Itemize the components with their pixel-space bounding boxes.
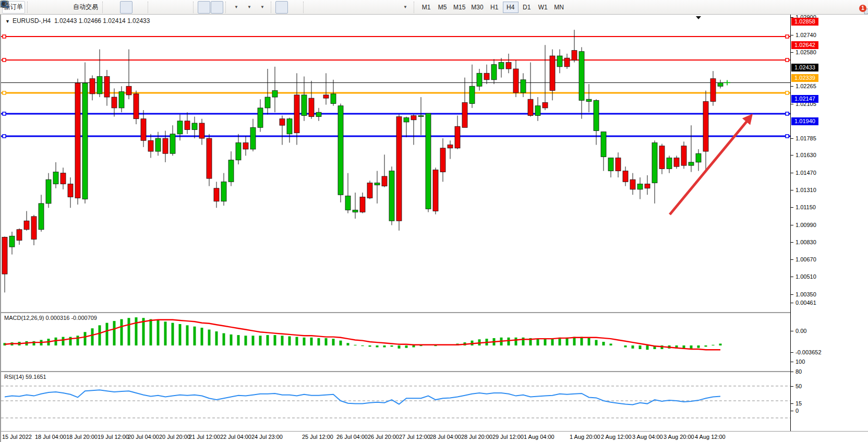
toolbar-separator — [225, 2, 228, 13]
scroll-end-marker[interactable] — [696, 16, 701, 19]
tick-mark — [791, 190, 793, 190]
main-chart[interactable] — [1, 15, 790, 312]
tick-mark — [791, 155, 793, 156]
templates-button[interactable]: ▼ — [256, 1, 269, 14]
search-icon[interactable] — [0, 0, 9, 9]
price-tick: 1.02265 — [795, 83, 816, 89]
text-button[interactable]: A — [373, 1, 385, 14]
price-tick: 1.01470 — [795, 170, 816, 176]
toolbar-separator — [102, 2, 105, 13]
symbol-period-label: EURUSD-,H4 — [13, 17, 51, 25]
line-chart-button[interactable] — [133, 1, 146, 14]
macd-label: MACD(12,26,9) 0.000316 -0.000709 — [4, 315, 97, 321]
price-line-badge: 1.02147 — [791, 95, 818, 103]
toolbar-separator — [148, 2, 150, 13]
date-label: 1 Aug 04:00 — [524, 434, 554, 440]
chart-shift-button[interactable] — [211, 1, 223, 14]
date-label: 26 Jul 20:00 — [368, 434, 399, 440]
tick-mark — [791, 372, 793, 372]
toolbar-separator — [193, 2, 196, 13]
cursor-button[interactable] — [275, 1, 288, 14]
macd-panel[interactable] — [1, 313, 790, 371]
tick-mark — [791, 173, 793, 173]
timeframe-m30[interactable]: M30 — [468, 2, 486, 13]
timeframe-h4[interactable]: H4 — [503, 2, 519, 13]
rsi-label: RSI(14) 59.1651 — [4, 374, 46, 380]
auto-scroll-button[interactable] — [198, 1, 210, 14]
date-label: 28 Jul 20:00 — [461, 434, 492, 440]
chart-dropdown-icon[interactable]: ▼ — [5, 19, 10, 24]
vertical-line-button[interactable] — [308, 1, 320, 14]
quotes-button[interactable] — [32, 1, 44, 14]
price-tick: 1.02580 — [795, 49, 816, 55]
arrows-button[interactable]: ▼ — [399, 1, 412, 14]
date-label: 21 Jul 12:00 — [189, 434, 220, 440]
timeframe-w1[interactable]: W1 — [535, 2, 551, 13]
candlestick-chart-button[interactable] — [120, 1, 132, 14]
tick-mark — [791, 362, 793, 362]
price-line-badge: 1.02339 — [791, 74, 818, 82]
tick-mark — [791, 138, 793, 139]
macd-tick: 0.00461 — [795, 300, 816, 306]
timeframe-m5[interactable]: M5 — [435, 2, 450, 13]
price-line-badge: 1.02642 — [791, 41, 818, 49]
indicators-caret-icon: ▼ — [234, 5, 238, 9]
price-tick: 1.01785 — [795, 135, 816, 141]
date-label: 18 Jul 04:00 — [35, 434, 66, 440]
fibonacci-button[interactable]: F — [360, 1, 372, 14]
toolbar-separator — [303, 2, 306, 13]
date-label: 28 Jul 04:00 — [430, 434, 461, 440]
date-label: 2 Aug 12:00 — [601, 434, 632, 440]
tick-mark — [791, 411, 793, 411]
rsi-panel[interactable] — [1, 372, 790, 430]
tick-mark — [791, 259, 793, 260]
date-axis[interactable]: 15 Jul 202218 Jul 04:0018 Jul 20:0019 Ju… — [1, 431, 868, 442]
crosshair-button[interactable] — [288, 1, 301, 14]
autotrading-button[interactable]: 自动交易 — [71, 1, 100, 14]
price-tick: 1.00670 — [795, 256, 816, 262]
timeframe-d1[interactable]: D1 — [519, 2, 535, 13]
text-label-button[interactable]: T — [386, 1, 399, 14]
arrows-caret-icon: ▼ — [403, 5, 407, 9]
tick-mark — [791, 225, 793, 225]
indicators-button[interactable]: ▼ — [230, 1, 243, 14]
tick-mark — [791, 242, 793, 243]
tile-windows-button[interactable] — [178, 1, 191, 14]
trendline-button[interactable] — [334, 1, 346, 14]
price-line-badge: 1.02858 — [791, 18, 818, 26]
price-tick: 1.01630 — [795, 152, 816, 158]
date-label: 25 Jul 12:00 — [302, 434, 333, 440]
chart-workspace: ▼EURUSD-,H4 1.02443 1.02466 1.02414 1.02… — [0, 15, 868, 442]
ohlc-values: 1.02443 1.02466 1.02414 1.02433 — [54, 17, 150, 25]
zoom-out-button[interactable] — [165, 1, 178, 14]
price-tick: 1.00350 — [795, 291, 816, 297]
periods-button[interactable]: ▼ — [243, 1, 256, 14]
chart-title: ▼EURUSD-,H4 1.02443 1.02466 1.02414 1.02… — [5, 17, 150, 25]
date-label: 18 Jul 20:00 — [66, 434, 98, 440]
rsi-tick: 100 — [795, 359, 805, 365]
timeframe-m1[interactable]: M1 — [418, 2, 434, 13]
notification-badge: 1 — [859, 5, 866, 12]
price-tick: 1.01310 — [795, 187, 816, 193]
macd-signal-line — [5, 320, 720, 350]
rsi-tick: 15 — [795, 400, 802, 407]
tick-mark — [791, 207, 793, 208]
horizontal-line-button[interactable] — [321, 1, 333, 14]
rsi-tick: 0 — [795, 408, 799, 414]
date-label: 24 Jul 23:00 — [251, 434, 283, 440]
tick-mark — [791, 331, 793, 331]
price-line-badge: 1.02433 — [791, 64, 818, 71]
rsi-line — [5, 390, 720, 404]
price-axis[interactable]: 1.029001.027401.025801.022651.021051.017… — [790, 15, 868, 431]
bar-chart-button[interactable] — [107, 1, 119, 14]
zoom-in-button[interactable] — [152, 1, 165, 14]
toolbar-separator — [414, 2, 416, 13]
market-watch-button[interactable] — [45, 1, 57, 14]
timeframe-m15[interactable]: M15 — [451, 2, 468, 13]
timeframe-mn[interactable]: MN — [551, 2, 567, 13]
timeframe-h1[interactable]: H1 — [487, 2, 502, 13]
equidistant-channel-button[interactable]: E — [347, 1, 359, 14]
main-toolbar: 新订单 自动交易 ▼ ▼ — [0, 0, 868, 15]
sounds-button[interactable] — [58, 1, 70, 14]
tick-mark — [791, 52, 793, 53]
